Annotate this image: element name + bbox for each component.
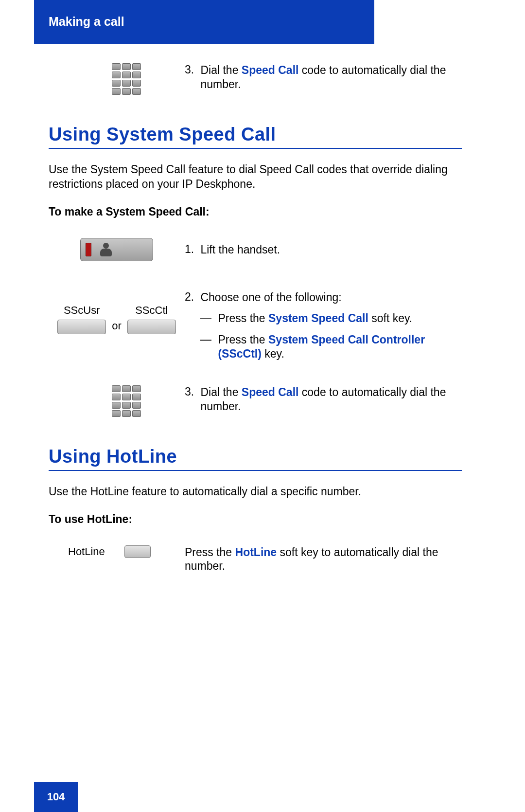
softkey-button-icon xyxy=(124,545,151,558)
step-number: 2. xyxy=(185,290,198,304)
procedure-lead: To use HotLine: xyxy=(49,513,462,526)
page-content: 3. Dial the Speed Call code to automatic… xyxy=(49,63,462,578)
step-text: Choose one of the following: xyxy=(200,290,461,305)
keypad-icon xyxy=(112,385,141,417)
section-rule xyxy=(49,148,462,149)
indicator-icon xyxy=(86,243,91,256)
step-text: Dial the Speed Call code to automaticall… xyxy=(200,63,461,91)
or-text: or xyxy=(112,320,122,332)
top-step-row: 3. Dial the Speed Call code to automatic… xyxy=(49,63,462,95)
option-text: Press the System Speed Call Controller (… xyxy=(218,333,460,361)
softkey-button-icon xyxy=(57,320,106,334)
step-number: 1. xyxy=(185,243,198,256)
step2-row: SScUsr or SScCtl 2. Choose one of the fo… xyxy=(49,290,462,361)
step-text: Lift the handset. xyxy=(200,243,461,257)
procedure-lead: To make a System Speed Call: xyxy=(49,205,462,218)
step-text: Dial the Speed Call code to automaticall… xyxy=(200,385,461,414)
section-heading-hotline: Using HotLine xyxy=(49,446,462,467)
bullet-dash: — xyxy=(200,333,216,346)
softkey-label-sscusr: SScUsr xyxy=(64,304,100,317)
softkey-group: SScUsr or SScCtl xyxy=(57,304,176,334)
section-intro: Use the System Speed Call feature to dia… xyxy=(49,162,462,192)
option-text: Press the System Speed Call soft key. xyxy=(218,311,460,325)
person-icon xyxy=(100,243,112,256)
section-heading-speedcall: Using System Speed Call xyxy=(49,124,462,145)
step-number: 3. xyxy=(185,385,198,398)
page-number: 104 xyxy=(34,782,78,812)
softkey-label-hotline: HotLine xyxy=(68,545,105,558)
page-header: Making a call xyxy=(49,15,124,29)
softkey-button-icon xyxy=(127,320,176,334)
hotline-step-row: HotLine Press the HotLine soft key to au… xyxy=(49,545,462,574)
step-number: 3. xyxy=(185,63,198,76)
step-text: Press the HotLine soft key to automatica… xyxy=(185,545,462,574)
softkey-label-sscctl: SScCtl xyxy=(135,304,168,317)
step1-row: 1. Lift the handset. xyxy=(49,238,462,261)
section-rule xyxy=(49,470,462,471)
section-intro: Use the HotLine feature to automatically… xyxy=(49,485,462,499)
keypad-icon xyxy=(112,63,141,95)
step3-row: 3. Dial the Speed Call code to automatic… xyxy=(49,385,462,417)
bullet-dash: — xyxy=(200,311,216,325)
handset-button-icon xyxy=(80,238,153,261)
